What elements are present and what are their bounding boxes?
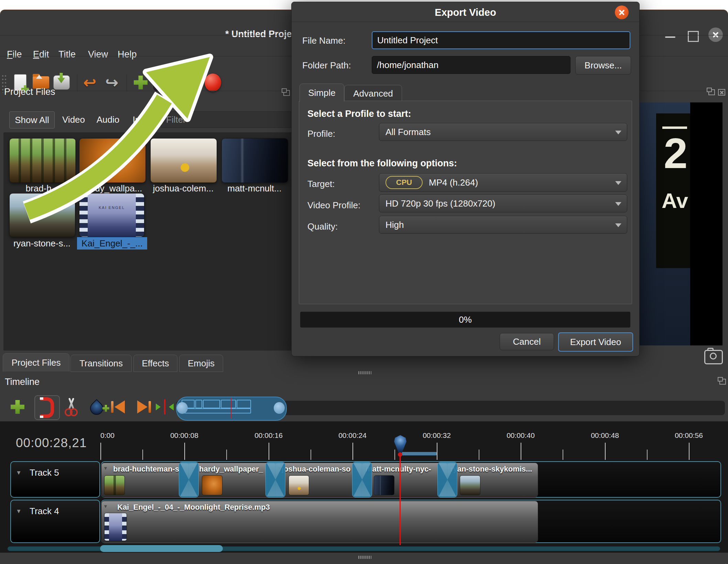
video-profile-dropdown[interactable]: HD 720p 30 fps (1280x720)	[379, 195, 627, 212]
clip-label: Kai_Engel_-_04_-_Moonlight_Reprise.mp3	[117, 503, 270, 512]
clip-joshua[interactable]: ▼ joshua-coleman-so	[275, 463, 362, 497]
zoom-handle-left[interactable]	[177, 402, 188, 414]
center-playhead-button[interactable]	[155, 396, 175, 418]
clip-kai-audio[interactable]: ▼ Kai_Engel_-_04_-_Moonlight_Reprise.mp3	[101, 501, 538, 543]
redo-button[interactable]: ↪	[102, 73, 121, 92]
timeline-scrollbar-thumb[interactable]	[100, 545, 223, 552]
video-profile-label: Video Profile:	[307, 200, 360, 211]
tab-transitions[interactable]: Transitions	[70, 355, 132, 372]
file-label-selected: Kai_Engel_-_...	[77, 237, 147, 250]
chevron-down-icon[interactable]: ▼	[16, 508, 22, 515]
clip-hardy[interactable]: ▼ hardy_wallpaper_	[188, 463, 276, 497]
timeline-float-icon[interactable]	[719, 379, 726, 385]
preview-close-icon[interactable]	[718, 89, 725, 96]
razor-button[interactable]	[61, 396, 81, 418]
file-thumbnail-matt[interactable]	[221, 138, 288, 183]
zoom-mini-clip	[195, 400, 202, 408]
tab-project-files[interactable]: Project Files	[3, 353, 69, 372]
splitter-handle[interactable]	[358, 371, 371, 374]
window-resize-grip[interactable]	[717, 562, 727, 564]
play-icon: ▶	[153, 74, 171, 91]
add-marker-button[interactable]	[87, 396, 107, 418]
fullscreen-button[interactable]	[174, 73, 193, 92]
chevron-down-icon	[615, 223, 621, 227]
file-name-label: File Name:	[302, 35, 346, 46]
track-name: Track 5	[30, 467, 59, 478]
scissors-icon	[63, 398, 79, 416]
clip-brad[interactable]: ▼ brad-huchteman-s	[101, 463, 189, 497]
panel-float-icon[interactable]	[283, 90, 290, 96]
play-button[interactable]: ▶	[153, 73, 171, 92]
window-close-icon[interactable]	[708, 27, 723, 42]
browse-button[interactable]: Browse...	[575, 56, 631, 75]
menu-title[interactable]: Title	[58, 49, 76, 60]
transition[interactable]	[179, 462, 199, 497]
ruler-tick-minor	[563, 450, 563, 460]
current-timecode: 00:00:28,21	[16, 436, 87, 450]
menu-edit[interactable]: Edit	[33, 49, 49, 60]
clip-ryan[interactable]: ▼ ryan-stone-skykomis...	[447, 463, 538, 497]
tab-effects[interactable]: Effects	[133, 355, 177, 372]
ruler-label: 0:00	[100, 431, 115, 440]
export-video-button[interactable]	[204, 73, 222, 92]
profile-dropdown[interactable]: All Formats	[379, 123, 627, 141]
clip-thumbnail	[104, 475, 125, 495]
jump-end-button[interactable]	[133, 396, 153, 418]
video-preview: 2 Av	[640, 102, 722, 345]
add-track-button[interactable]	[8, 396, 28, 418]
file-thumbnail-kai[interactable]: KAI ENGEL	[79, 193, 144, 237]
file-thumbnail-ryan[interactable]	[9, 193, 75, 237]
filter-video[interactable]: Video	[61, 111, 86, 128]
ruler-label: 00:00:16	[245, 431, 293, 440]
file-thumbnail-brad[interactable]	[9, 138, 76, 183]
filter-show-all[interactable]: Show All	[9, 111, 55, 129]
target-dropdown[interactable]: CPU MP4 (h.264)	[379, 173, 627, 192]
transition[interactable]	[265, 462, 285, 497]
preview-float-icon[interactable]	[708, 89, 715, 95]
clip-label: brad-huchteman-s	[113, 465, 179, 474]
undo-button[interactable]: ↩	[80, 73, 99, 92]
minimize-icon[interactable]	[665, 36, 675, 38]
snapshot-camera-icon[interactable]	[704, 350, 723, 364]
ruler-tick	[352, 443, 353, 460]
dialog-close-icon[interactable]	[615, 5, 629, 19]
chevron-down-icon	[615, 202, 621, 206]
jump-end-icon	[134, 400, 151, 413]
file-thumbnail-hardy[interactable]	[79, 138, 146, 183]
transition[interactable]	[437, 462, 457, 497]
import-files-button[interactable]	[131, 73, 150, 92]
track4-header[interactable]: ▼ Track 4	[10, 500, 100, 543]
cancel-button[interactable]: Cancel	[500, 333, 554, 350]
filter-audio[interactable]: Audio	[96, 111, 120, 128]
file-thumbnail-joshua[interactable]	[150, 138, 217, 183]
tab-advanced[interactable]: Advanced	[344, 85, 402, 102]
splitter-handle[interactable]	[358, 556, 371, 559]
filter-input[interactable]	[161, 111, 292, 128]
clip-matt[interactable]: ▼ matt-mcnulty-nyc-	[362, 463, 448, 497]
clip-label: hardy_wallpaper_	[199, 465, 263, 474]
snapping-toggle-button[interactable]	[34, 395, 60, 420]
maximize-icon[interactable]	[688, 31, 699, 42]
ruler-selection-marker	[400, 452, 437, 455]
ruler-tick	[605, 443, 606, 460]
ruler-tick-minor	[142, 450, 143, 460]
zoom-handle-right[interactable]	[274, 402, 285, 414]
ruler-label: 00:00:56	[665, 431, 713, 440]
save-icon	[53, 75, 70, 90]
file-name-input[interactable]	[372, 31, 630, 49]
menu-help[interactable]: Help	[118, 49, 137, 60]
menu-view[interactable]: View	[88, 49, 108, 60]
track5-header[interactable]: ▼ Track 5	[10, 461, 100, 498]
quality-dropdown[interactable]: High	[379, 216, 627, 234]
menu-file[interactable]: File	[7, 49, 22, 60]
window-title: * Untitled Project	[225, 29, 300, 40]
marker-droplet-icon	[87, 399, 106, 418]
jump-start-button[interactable]	[109, 396, 129, 418]
folder-path-input[interactable]	[372, 56, 571, 74]
tab-emojis[interactable]: Emojis	[179, 355, 223, 372]
chevron-down-icon[interactable]: ▼	[16, 469, 22, 476]
export-video-confirm-button[interactable]: Export Video	[558, 332, 633, 352]
tab-simple[interactable]: Simple	[300, 84, 344, 102]
filter-image[interactable]: Image	[132, 111, 158, 128]
transition[interactable]	[352, 462, 372, 497]
